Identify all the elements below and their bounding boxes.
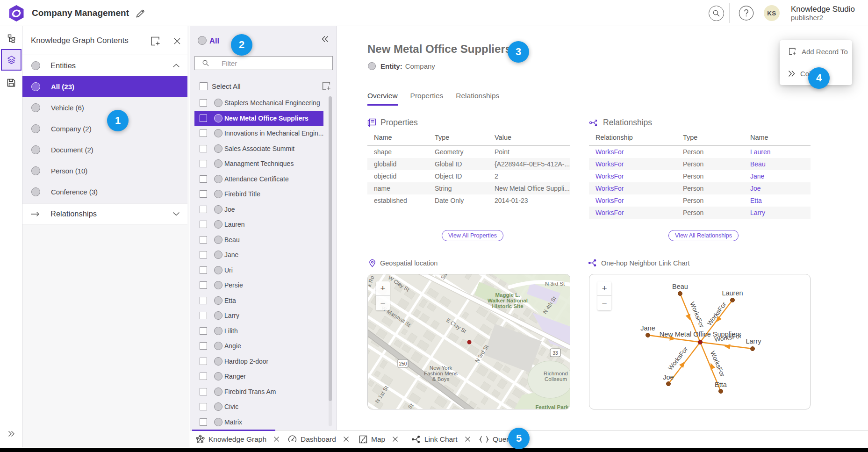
graph-node[interactable] bbox=[667, 382, 671, 386]
help-button[interactable] bbox=[739, 6, 754, 21]
add-record-button[interactable] bbox=[321, 80, 332, 92]
list-item-checkbox[interactable] bbox=[200, 388, 207, 395]
list-item-checkbox[interactable] bbox=[200, 251, 207, 258]
record-link[interactable]: Etta bbox=[750, 197, 762, 204]
relationships-group-row[interactable]: Relationships bbox=[22, 203, 187, 224]
list-item[interactable]: Attendance Certificate bbox=[194, 172, 323, 187]
close-tab-icon[interactable] bbox=[343, 436, 349, 442]
list-item[interactable]: Beau bbox=[194, 232, 323, 248]
add-record-button[interactable] bbox=[149, 35, 161, 47]
record-link[interactable]: Larry bbox=[750, 209, 765, 216]
select-all-checkbox[interactable] bbox=[200, 82, 208, 90]
list-item-checkbox[interactable] bbox=[200, 115, 207, 122]
view-all-properties-button[interactable]: View All Properties bbox=[442, 230, 503, 241]
list-item[interactable]: Lilith bbox=[194, 323, 323, 339]
record-link[interactable]: WorksFor bbox=[595, 172, 624, 180]
list-item[interactable]: Angie bbox=[194, 338, 323, 354]
graph-node[interactable] bbox=[646, 333, 650, 337]
record-tab[interactable]: Properties bbox=[410, 92, 444, 106]
list-item[interactable]: Persie bbox=[194, 278, 323, 293]
record-link[interactable]: WorksFor bbox=[595, 160, 624, 168]
filter-field[interactable] bbox=[194, 56, 333, 70]
graph-center-node[interactable] bbox=[698, 340, 703, 344]
list-scrollbar-thumb[interactable] bbox=[329, 96, 332, 401]
close-panel-button[interactable] bbox=[171, 35, 183, 47]
record-link[interactable]: Jane bbox=[750, 172, 764, 180]
close-tab-icon[interactable] bbox=[273, 436, 280, 442]
list-item-checkbox[interactable] bbox=[200, 160, 207, 167]
chevron-up-icon[interactable] bbox=[172, 64, 180, 68]
entity-type-item[interactable]: Person (10) bbox=[22, 160, 187, 181]
record-link[interactable]: WorksFor bbox=[595, 185, 624, 192]
view-all-relationships-button[interactable]: View All Relationships bbox=[668, 230, 739, 241]
list-item[interactable]: Matrix bbox=[194, 415, 323, 430]
list-item-checkbox[interactable] bbox=[200, 297, 207, 304]
list-item-checkbox[interactable] bbox=[200, 312, 207, 319]
record-link[interactable]: WorksFor bbox=[595, 197, 624, 204]
entity-type-item[interactable]: All (23) bbox=[22, 76, 187, 97]
record-link[interactable]: WorksFor bbox=[595, 148, 624, 156]
zoom-in-button[interactable]: + bbox=[597, 281, 611, 296]
graph-node[interactable] bbox=[731, 298, 735, 302]
view-tab-link-chart[interactable]: Link Chart bbox=[411, 430, 471, 448]
close-tab-icon[interactable] bbox=[392, 436, 398, 442]
edit-title-button[interactable] bbox=[135, 8, 146, 19]
list-item[interactable]: Firebird Title bbox=[194, 187, 323, 202]
sidebar-item-contents[interactable] bbox=[1, 49, 22, 71]
sidebar-item-data-model[interactable] bbox=[0, 27, 22, 50]
zoom-out-button[interactable]: − bbox=[597, 296, 611, 310]
list-item-checkbox[interactable] bbox=[200, 206, 207, 213]
list-item[interactable]: Staplers Mechanical Engineering bbox=[194, 95, 323, 111]
view-tab-map[interactable]: Map bbox=[359, 430, 398, 448]
list-item-checkbox[interactable] bbox=[200, 327, 207, 335]
list-item-checkbox[interactable] bbox=[200, 145, 207, 152]
expand-rail-button[interactable] bbox=[0, 427, 22, 441]
search-button[interactable] bbox=[709, 6, 724, 21]
entities-group-row[interactable]: Entities bbox=[22, 55, 187, 76]
list-item-checkbox[interactable] bbox=[200, 175, 207, 183]
geospatial-map-card[interactable]: k RdW Clay StSaW Marshall StE Clay StN 3… bbox=[367, 274, 570, 409]
record-link[interactable]: WorksFor bbox=[595, 209, 624, 216]
list-item-checkbox[interactable] bbox=[200, 403, 207, 410]
list-item[interactable]: Civic bbox=[194, 399, 323, 415]
entity-type-item[interactable]: Company (2) bbox=[22, 118, 187, 139]
chevron-down-icon[interactable] bbox=[172, 212, 180, 216]
record-tab[interactable]: Overview bbox=[367, 92, 398, 106]
select-all-row[interactable]: Select All bbox=[190, 77, 337, 95]
list-item-checkbox[interactable] bbox=[200, 373, 207, 380]
entity-type-item[interactable]: Conference (3) bbox=[22, 181, 187, 202]
list-item-checkbox[interactable] bbox=[200, 418, 207, 426]
list-item[interactable]: Ranger bbox=[194, 369, 323, 384]
list-item[interactable]: Lauren bbox=[194, 217, 323, 232]
graph-node[interactable] bbox=[751, 347, 755, 351]
list-item[interactable]: Joe bbox=[194, 202, 323, 217]
list-item-checkbox[interactable] bbox=[200, 190, 207, 198]
list-item-checkbox[interactable] bbox=[200, 342, 207, 350]
collapse-panel-button[interactable] bbox=[321, 36, 332, 47]
list-item[interactable]: New Metal Office Suppliers bbox=[194, 111, 323, 126]
list-scrollbar[interactable] bbox=[329, 96, 332, 426]
list-item-checkbox[interactable] bbox=[200, 266, 207, 274]
list-item-checkbox[interactable] bbox=[200, 221, 207, 228]
list-item[interactable]: Managment Techniques bbox=[194, 156, 323, 172]
view-tab-knowledge-graph[interactable]: Knowledge Graph bbox=[196, 430, 280, 448]
graph-node[interactable] bbox=[719, 389, 723, 394]
close-tab-icon[interactable] bbox=[465, 436, 471, 442]
zoom-in-button[interactable]: + bbox=[376, 281, 390, 296]
list-item[interactable]: Larry bbox=[194, 308, 323, 323]
list-item-checkbox[interactable] bbox=[200, 236, 207, 244]
list-item[interactable]: Innovations in Mechanical Engin... bbox=[194, 126, 323, 141]
list-item[interactable]: Sales Associate Summit bbox=[194, 141, 323, 157]
graph-node[interactable] bbox=[678, 292, 682, 296]
record-link[interactable]: Joe bbox=[750, 185, 761, 192]
zoom-out-button[interactable]: − bbox=[376, 296, 390, 310]
linkchart-canvas[interactable]: WorksForWorksForWorksForWorksForWorksFor… bbox=[589, 274, 811, 409]
list-item[interactable]: Uri bbox=[194, 263, 323, 278]
record-link[interactable]: Beau bbox=[750, 160, 766, 168]
sidebar-item-save[interactable] bbox=[0, 72, 22, 94]
list-item-checkbox[interactable] bbox=[200, 129, 207, 137]
entity-type-item[interactable]: Document (2) bbox=[22, 139, 187, 160]
avatar[interactable]: KS bbox=[764, 5, 780, 21]
list-item-checkbox[interactable] bbox=[200, 358, 207, 365]
filter-input[interactable] bbox=[215, 59, 327, 67]
